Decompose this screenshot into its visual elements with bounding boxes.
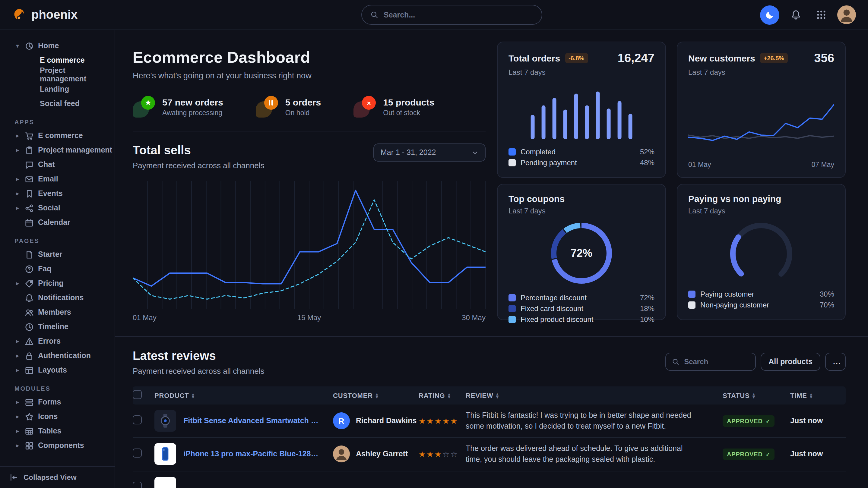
legend-row: Fixed card discount 18% [508, 303, 654, 314]
notifications-button[interactable] [786, 6, 805, 24]
legend-label: Completed [521, 148, 556, 156]
table-row: iPhone 13 pro max-Pacific Blue-128GB sto… [133, 438, 846, 471]
collapse-sidebar-button[interactable]: Collapsed View [0, 466, 115, 488]
sidebar-item[interactable]: ▸ Errors [14, 334, 110, 349]
date-range-select[interactable]: Mar 1 - 31, 2022 [373, 143, 486, 162]
page-subtitle: Here's what's going on at your business … [133, 71, 486, 80]
legend-row: Percentage discount 72% [508, 292, 654, 303]
sidebar-subitem[interactable]: Landing [14, 82, 110, 96]
lock-icon [25, 351, 34, 360]
reviews-table-body: Fitbit Sense Advanced Smartwatch with To… [133, 404, 846, 471]
sidebar-subitem[interactable]: Project management [14, 67, 110, 82]
sidebar-item[interactable]: ▸ Layouts [14, 363, 110, 378]
paying-gauge-svg [726, 221, 796, 284]
row-checkbox[interactable] [133, 449, 142, 458]
status-badge: APPROVED ✓ [723, 449, 775, 460]
sidebar-item[interactable]: ▸ Events [14, 186, 110, 201]
legend-value: 52% [640, 148, 654, 156]
x-label: 30 May [462, 314, 486, 322]
app-window: phoenix ▾ Home [0, 0, 868, 488]
sidebar-item[interactable]: ▸ Social [14, 201, 110, 215]
sort-icon[interactable]: ▴▾ [448, 392, 451, 398]
theme-toggle-button[interactable] [760, 5, 779, 24]
moon-icon [765, 10, 774, 19]
sidebar-item[interactable]: ▸ Project management [14, 143, 110, 157]
x-label: 15 May [298, 314, 321, 322]
sidebar-item[interactable]: ▸ Email [14, 172, 110, 186]
product-link[interactable]: Fitbit Sense Advanced Smartwatch with To… [183, 417, 323, 425]
bell-icon [790, 10, 801, 20]
sidebar-item[interactable]: Starter [14, 247, 110, 262]
product-thumbnail [154, 410, 176, 432]
sidebar-item[interactable]: ▸ Components [14, 438, 110, 453]
table-row-partial [133, 471, 846, 488]
more-options-button[interactable]: ... [825, 353, 846, 371]
select-all-checkbox[interactable] [133, 390, 142, 399]
user-avatar[interactable] [837, 5, 856, 24]
sidebar-item[interactable]: ▸ Authentication [14, 349, 110, 363]
sidebar-item[interactable]: ▸ Icons [14, 409, 110, 424]
global-search [361, 5, 542, 25]
sort-icon[interactable]: ▴▾ [496, 392, 499, 398]
sort-icon[interactable]: ▴▾ [192, 392, 194, 398]
sidebar-item[interactable]: Timeline [14, 320, 110, 334]
status-label: APPROVED [727, 418, 763, 424]
users-icon [25, 308, 34, 317]
all-products-button[interactable]: All products [761, 353, 820, 371]
orders-legend: Completed 52% Pending payment 48% [508, 147, 654, 168]
brand[interactable]: phoenix [12, 8, 78, 22]
legend-row: Paying customer 30% [688, 289, 834, 300]
sidebar-subitem[interactable]: E commerce [14, 53, 110, 67]
sidebar-item[interactable]: Notifications [14, 291, 110, 305]
apps-menu-button[interactable] [812, 6, 830, 24]
legend-value: 72% [640, 294, 654, 302]
legend-value: 48% [640, 159, 654, 167]
card-period: Last 7 days [688, 68, 834, 76]
search-icon [672, 358, 679, 365]
card-title: Paying vs non paying [688, 194, 781, 204]
stat-caption: Awating processing [162, 109, 223, 116]
sidebar-subitem[interactable]: Social feed [14, 96, 110, 111]
sort-icon[interactable]: ▴▾ [753, 392, 755, 398]
total-sells-x-labels: 01 May 15 May 30 May [133, 314, 486, 322]
sidebar-item[interactable]: ▸ Tables [14, 424, 110, 438]
customer-avatar: R [333, 412, 350, 429]
status-badge: APPROVED ✓ [723, 415, 775, 427]
caret-right-icon: ▸ [14, 399, 21, 405]
sort-icon[interactable]: ▴▾ [810, 392, 812, 398]
sidebar-item[interactable]: Members [14, 305, 110, 320]
x-label: 07 May [812, 161, 834, 168]
sidebar-item[interactable]: Chat [14, 157, 110, 172]
sidebar-item-label: Pricing [38, 279, 64, 288]
legend-label: Fixed product discount [521, 315, 593, 324]
sidebar-item-label: Social [38, 204, 60, 212]
orders-bar-chart-svg [527, 84, 636, 139]
chat-icon [25, 160, 34, 169]
sidebar-item[interactable]: ▸ E commerce [14, 128, 110, 143]
chevron-down-icon [472, 149, 478, 156]
status-label: APPROVED [727, 451, 763, 458]
sidebar-item-home[interactable]: ▾ Home [14, 39, 110, 53]
row-checkbox[interactable] [133, 482, 142, 488]
main-content: Ecommerce Dashboard Here's what's going … [115, 30, 868, 488]
sidebar-item-label: Events [38, 189, 63, 198]
sort-icon[interactable]: ▴▾ [376, 392, 378, 398]
sidebar-item-label: Components [38, 441, 84, 450]
stat-caption: Out of stock [383, 109, 434, 116]
legend-label: Pending payment [521, 159, 577, 167]
collapse-icon [10, 473, 18, 481]
sidebar-item[interactable]: Faq [14, 262, 110, 276]
total-sells-chart-svg [133, 181, 486, 308]
reviews-search-input[interactable] [684, 357, 749, 366]
sidebar-item[interactable]: ▸ Forms [14, 395, 110, 409]
card-title: New customers [688, 53, 755, 63]
table-icon [25, 426, 34, 435]
search-input[interactable] [384, 10, 533, 19]
total-sells-header: Total sells Payment received across all … [133, 143, 486, 170]
product-link[interactable]: iPhone 13 pro max-Pacific Blue-128GB sto… [183, 450, 323, 458]
sidebar-subitem-label: Project management [40, 66, 110, 83]
sidebar-item[interactable]: ▸ Pricing [14, 276, 110, 291]
row-checkbox[interactable] [133, 415, 142, 424]
paying-legend: Paying customer 30% Non-paying customer … [688, 289, 834, 311]
sidebar-item[interactable]: Calendar [14, 215, 110, 230]
